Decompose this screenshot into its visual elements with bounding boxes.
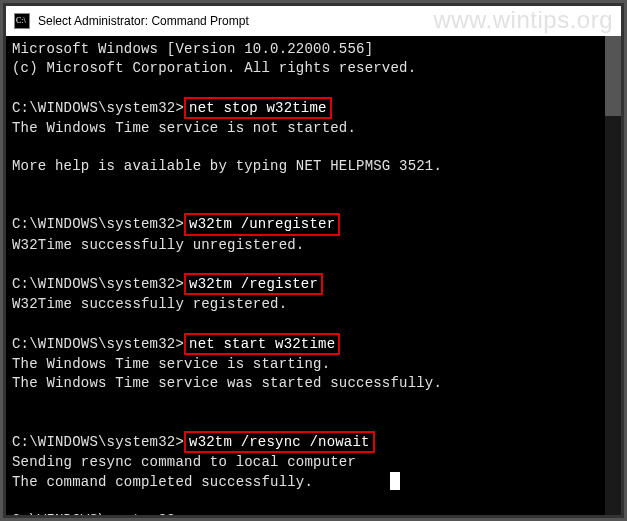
- window-title: Select Administrator: Command Prompt: [38, 14, 249, 28]
- output-line: The Windows Time service is starting.: [12, 356, 330, 372]
- terminal-content: Microsoft Windows [Version 10.0.22000.55…: [6, 36, 621, 515]
- output-line: More help is available by typing NET HEL…: [12, 158, 442, 174]
- vertical-scrollbar[interactable]: [605, 36, 621, 515]
- copyright-line: (c) Microsoft Corporation. All rights re…: [12, 60, 416, 76]
- prompt: C:\WINDOWS\system32>: [12, 336, 184, 352]
- command-highlight: net stop w32time: [184, 97, 332, 119]
- output-line: W32Time successfully unregistered.: [12, 237, 304, 253]
- output-line: The command completed successfully.: [12, 474, 313, 490]
- scroll-thumb[interactable]: [605, 36, 621, 116]
- command-highlight: w32tm /unregister: [184, 213, 340, 235]
- version-line: Microsoft Windows [Version 10.0.22000.55…: [12, 41, 373, 57]
- text-cursor: [390, 472, 400, 490]
- window-frame: C:\ Select Administrator: Command Prompt…: [3, 3, 624, 518]
- prompt: C:\WINDOWS\system32>: [12, 512, 184, 515]
- prompt: C:\WINDOWS\system32>: [12, 276, 184, 292]
- output-line: The Windows Time service is not started.: [12, 120, 356, 136]
- output-line: The Windows Time service was started suc…: [12, 375, 442, 391]
- prompt: C:\WINDOWS\system32>: [12, 434, 184, 450]
- prompt: C:\WINDOWS\system32>: [12, 216, 184, 232]
- command-highlight: w32tm /register: [184, 273, 323, 295]
- cmd-icon: C:\: [14, 13, 30, 29]
- terminal-area[interactable]: Microsoft Windows [Version 10.0.22000.55…: [6, 36, 621, 515]
- svg-text:C:\: C:\: [16, 16, 27, 25]
- output-line: W32Time successfully registered.: [12, 296, 287, 312]
- command-highlight: w32tm /resync /nowait: [184, 431, 375, 453]
- titlebar[interactable]: C:\ Select Administrator: Command Prompt: [6, 6, 621, 36]
- command-highlight: net start w32time: [184, 333, 340, 355]
- output-line: Sending resync command to local computer: [12, 454, 356, 470]
- prompt: C:\WINDOWS\system32>: [12, 100, 184, 116]
